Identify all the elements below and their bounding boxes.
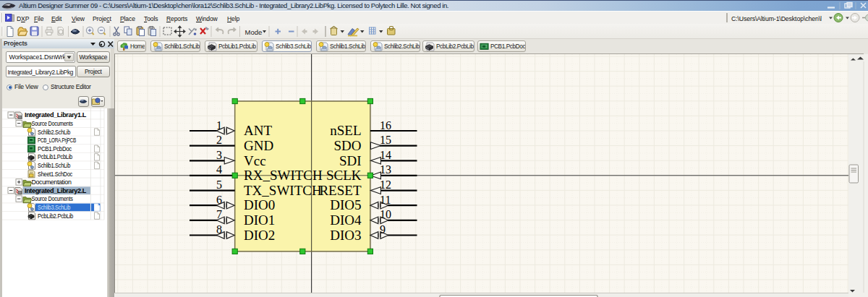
svg-text:Source Documents: Source Documents — [32, 120, 73, 127]
svg-text:7: 7 — [216, 208, 222, 220]
svg-text:DIO0: DIO0 — [244, 197, 275, 212]
svg-text:SDI: SDI — [339, 152, 362, 168]
svg-text:nSEL: nSEL — [330, 123, 361, 138]
svg-text:2: 2 — [216, 134, 222, 146]
svg-text:13: 13 — [380, 163, 391, 176]
svg-text:PCB_LORA.PrjPCB: PCB_LORA.PrjPCB — [38, 137, 76, 144]
svg-text:DIO3: DIO3 — [330, 227, 361, 242]
svg-text:Mode: Mode — [245, 28, 263, 36]
svg-text:PCB1.PcbDoc: PCB1.PcbDoc — [38, 145, 72, 152]
svg-text:Schlib2.SchLib: Schlib2.SchLib — [38, 129, 70, 136]
svg-text:DIO5: DIO5 — [330, 197, 361, 212]
svg-text:GND: GND — [244, 137, 273, 152]
svg-text:Schlib3.SchLib: Schlib3.SchLib — [38, 204, 70, 211]
svg-text:SDO: SDO — [333, 137, 361, 152]
svg-text:9: 9 — [380, 223, 386, 236]
svg-text:8: 8 — [216, 223, 222, 236]
svg-text:Vcc: Vcc — [244, 152, 266, 168]
svg-text:PcbLib2.PcbLib: PcbLib2.PcbLib — [38, 212, 74, 220]
svg-text:4: 4 — [216, 163, 222, 176]
svg-text:RX_SWITCH: RX_SWITCH — [244, 168, 323, 183]
svg-text:DIO1: DIO1 — [244, 212, 275, 228]
svg-text:5: 5 — [216, 178, 222, 191]
svg-text:3: 3 — [216, 148, 222, 160]
svg-text:Sheet1.SchDoc: Sheet1.SchDoc — [38, 171, 73, 178]
svg-text:TX_SWITCH: TX_SWITCH — [244, 182, 322, 197]
svg-text:Integrated_Library1.L: Integrated_Library1.L — [25, 111, 86, 119]
svg-text:10: 10 — [380, 208, 391, 220]
svg-text:DIO4: DIO4 — [330, 212, 362, 228]
svg-text:6: 6 — [216, 193, 222, 205]
svg-text:Source Documents: Source Documents — [32, 195, 73, 202]
svg-text:RESET: RESET — [319, 182, 361, 197]
svg-text:DIO2: DIO2 — [244, 227, 275, 242]
svg-text:Documentation: Documentation — [32, 178, 72, 186]
svg-text:ANT: ANT — [244, 123, 272, 138]
svg-text:12: 12 — [380, 178, 391, 191]
svg-text:SCLK: SCLK — [326, 168, 362, 183]
svg-text:Schlib1.SchLib: Schlib1.SchLib — [38, 162, 70, 169]
svg-text:14: 14 — [380, 148, 391, 160]
svg-text:11: 11 — [380, 193, 391, 205]
svg-text:15: 15 — [380, 134, 391, 146]
svg-text:Integrated_Library2.L: Integrated_Library2.L — [25, 187, 86, 194]
svg-text:16: 16 — [380, 119, 391, 131]
svg-text:PcbLib1.PcbLib: PcbLib1.PcbLib — [38, 153, 72, 160]
svg-text:1: 1 — [216, 119, 222, 131]
